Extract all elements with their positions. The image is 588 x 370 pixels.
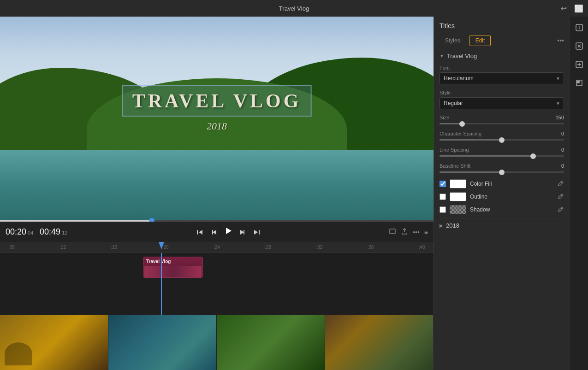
film-thumb-2 — [108, 315, 217, 370]
timeline: :08 :12 :16 :20 :24 :28 :32 :36 :40 — [0, 242, 434, 370]
titles-panel-scroll: Titles Styles Edit ••• ▼ Travel Vlog Fon… — [434, 17, 570, 370]
timeline-ruler: :08 :12 :16 :20 :24 :28 :32 :36 :40 — [0, 242, 434, 253]
shadow-checkbox[interactable] — [440, 206, 446, 213]
play-button[interactable] — [224, 226, 233, 238]
line-spacing-fill — [440, 155, 533, 157]
size-value: 150 — [550, 115, 564, 120]
settings-icon[interactable]: ≡ — [424, 229, 428, 236]
font-select-wrapper: Herculanum ▼ — [440, 72, 564, 84]
color-fill-label: Color Fill — [470, 181, 554, 187]
line-spacing-field-group: Line Spacing 0 — [440, 147, 564, 157]
line-spacing-slider[interactable] — [440, 155, 564, 157]
font-field-group: Font Herculanum ▼ — [440, 65, 564, 84]
timeline-tracks: Travel Vlog — [0, 253, 434, 315]
shadow-label: Shadow — [470, 206, 554, 213]
chat-icon[interactable]: ⬜ — [574, 4, 583, 13]
filmstrip — [0, 315, 434, 370]
titles-editor-panel: Titles Styles Edit ••• ▼ Travel Vlog Fon… — [434, 17, 570, 370]
section-2018-chevron-right-icon: ▶ — [440, 223, 443, 228]
more-menu-icon[interactable]: ••• — [557, 37, 564, 44]
char-spacing-fill — [440, 139, 502, 141]
travel-vlog-section-header[interactable]: ▼ Travel Vlog — [440, 53, 564, 59]
timeline-clip[interactable]: Travel Vlog — [143, 257, 203, 278]
shadow-eyedropper-icon[interactable] — [558, 206, 564, 214]
panel-header: Titles — [440, 22, 564, 29]
section-2018-header[interactable]: ▶ 2018 — [440, 218, 564, 233]
time-total: 00:49 — [40, 227, 60, 237]
char-spacing-field-group: Character Spacing 0 — [440, 131, 564, 141]
baseline-shift-slider[interactable] — [440, 171, 564, 173]
tab-edit[interactable]: Edit — [469, 35, 491, 46]
size-slider[interactable] — [440, 123, 564, 124]
line-spacing-slider-row: Line Spacing 0 — [440, 147, 564, 153]
main-content: TRAVEL VLOG 2018 00:20 04 00:49 12 — [0, 17, 588, 370]
baseline-shift-value: 0 — [550, 163, 564, 169]
sidebar-icon-titles[interactable]: T — [572, 20, 587, 35]
outline-row: Outline — [440, 192, 564, 201]
ruler-mark: :28 — [265, 245, 271, 250]
playback-bar: 00:20 04 00:49 12 — [0, 222, 434, 242]
sidebar-icon-close[interactable] — [572, 39, 587, 53]
color-fill-checkbox[interactable] — [440, 181, 446, 187]
baseline-shift-label: Baseline Shift — [440, 163, 546, 169]
sidebar-icon-transform[interactable] — [572, 76, 587, 90]
aspect-ratio-icon[interactable] — [389, 228, 396, 236]
playback-right: ••• ≡ — [389, 228, 428, 236]
svg-rect-6 — [244, 230, 244, 235]
ruler-mark: :08 — [8, 245, 15, 250]
font-label: Font — [440, 65, 564, 70]
skip-forward-button[interactable] — [251, 227, 262, 238]
export-icon[interactable] — [401, 228, 408, 236]
video-scrubber[interactable] — [0, 220, 434, 222]
color-fill-row: Color Fill — [440, 179, 564, 188]
top-bar: Travel Vlog ↩ ⬜ — [0, 0, 588, 17]
char-spacing-slider-row: Character Spacing 0 — [440, 131, 564, 136]
undo-icon[interactable]: ↩ — [561, 4, 567, 13]
font-select[interactable]: Herculanum — [440, 72, 564, 84]
size-slider-fill — [440, 123, 462, 124]
style-select-wrapper: Regular ▼ — [440, 97, 564, 109]
tab-styles[interactable]: Styles — [440, 35, 466, 46]
char-spacing-slider[interactable] — [440, 139, 564, 141]
outline-swatch[interactable] — [450, 192, 466, 201]
ruler-mark: :24 — [214, 245, 220, 250]
style-field-group: Style Regular ▼ — [440, 90, 564, 109]
svg-marker-1 — [199, 230, 202, 235]
outline-checkbox[interactable] — [440, 194, 446, 200]
time-display: 00:20 04 00:49 12 — [6, 227, 67, 237]
step-back-button[interactable] — [209, 227, 220, 238]
svg-rect-0 — [197, 230, 198, 235]
video-water — [0, 150, 434, 222]
char-spacing-label: Character Spacing — [440, 131, 546, 136]
section-chevron-down-icon: ▼ — [440, 53, 444, 59]
color-fill-eyedropper-icon[interactable] — [558, 180, 564, 188]
tab-bar: Styles Edit ••• — [440, 35, 564, 46]
time-total-frame: 12 — [62, 230, 67, 235]
skip-back-button[interactable] — [194, 227, 205, 238]
more-options-icon[interactable]: ••• — [413, 229, 420, 236]
playback-controls — [73, 226, 383, 238]
size-label: Size — [440, 115, 546, 120]
line-spacing-label: Line Spacing — [440, 147, 546, 153]
app-title: Travel Vlog — [279, 5, 309, 12]
svg-rect-3 — [212, 230, 213, 235]
outline-eyedropper-icon[interactable] — [558, 193, 564, 201]
video-scrubber-fill — [0, 220, 152, 222]
size-slider-row: Size 150 — [440, 115, 564, 120]
color-fill-swatch[interactable] — [450, 179, 466, 188]
film-thumb-4 — [325, 315, 434, 370]
style-select[interactable]: Regular — [440, 97, 564, 109]
video-year-text: 2018 — [122, 120, 312, 132]
ruler-mark: :16 — [111, 245, 118, 250]
svg-rect-9 — [390, 229, 395, 234]
step-forward-button[interactable] — [237, 227, 248, 238]
svg-marker-7 — [254, 230, 258, 235]
clip-waveform — [144, 266, 202, 278]
video-preview: TRAVEL VLOG 2018 — [0, 17, 434, 222]
shadow-swatch[interactable] — [450, 205, 466, 214]
section-travel-vlog-label: Travel Vlog — [447, 53, 477, 59]
size-field-group: Size 150 — [440, 115, 564, 124]
svg-marker-4 — [226, 228, 232, 234]
film-thumb-1 — [0, 315, 108, 370]
sidebar-icon-add[interactable] — [572, 57, 587, 72]
